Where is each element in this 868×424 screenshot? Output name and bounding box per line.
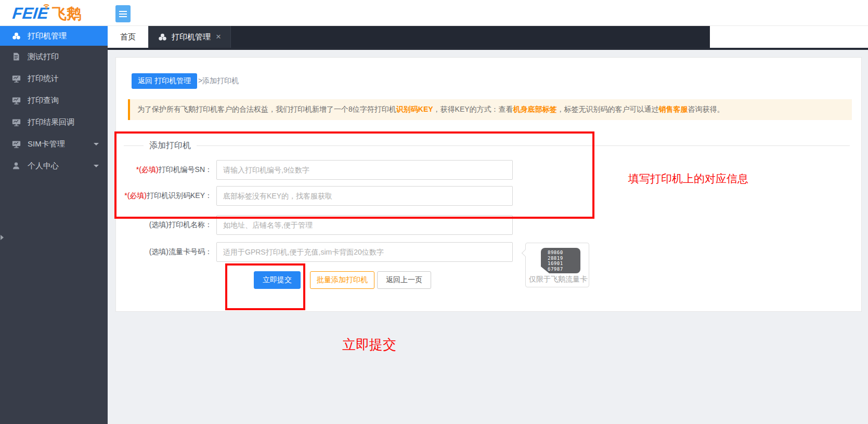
printer-cluster-icon xyxy=(12,32,21,41)
printer-name-input[interactable] xyxy=(216,215,513,235)
document-icon xyxy=(12,52,21,61)
notice-highlight-service-link[interactable]: 销售客服 xyxy=(659,105,688,113)
tab-printer-management[interactable]: 打印机管理 × xyxy=(148,26,231,48)
notice-highlight-key: 识别码KEY xyxy=(396,105,433,113)
sidebar: 打印机管理 测试打印 打印统计 打印查询 xyxy=(0,26,108,424)
sidebar-item-label: 打印查询 xyxy=(28,96,59,105)
sidebar-item-print-result-callback[interactable]: 打印结果回调 xyxy=(0,111,108,133)
notice-text: 咨询获得。 xyxy=(688,105,724,113)
submit-button[interactable]: 立即提交 xyxy=(254,271,301,289)
field-label-key: *(必填)打印机识别码KEY： xyxy=(116,191,212,201)
app-header: FEIE 飞鹅 xyxy=(0,0,868,26)
sim-number-line: 28819 xyxy=(548,256,580,261)
wifi-signal-icon xyxy=(42,2,51,9)
printer-key-input[interactable] xyxy=(216,186,513,206)
printer-sn-input[interactable] xyxy=(216,160,513,180)
form-legend: 添加打印机 xyxy=(124,140,850,151)
sidebar-item-label: 打印机管理 xyxy=(28,31,67,41)
form-buttons: 立即提交 批量添加打印机 返回上一页 xyxy=(254,271,431,289)
form-legend-text: 添加打印机 xyxy=(149,140,191,151)
chevron-down-icon xyxy=(94,165,99,167)
sidebar-item-print-query[interactable]: 打印查询 xyxy=(0,89,108,111)
notice-text: 为了保护所有飞鹅打印机客户的合法权益，我们打印机新增了一个8位字符打印机 xyxy=(137,105,396,113)
sidebar-item-label: 测试打印 xyxy=(28,52,59,62)
sidebar-item-label: 打印统计 xyxy=(28,74,59,84)
monitor-icon xyxy=(12,118,21,127)
form-row-key: *(必填)打印机识别码KEY： xyxy=(116,186,513,206)
printer-cluster-icon xyxy=(158,33,167,42)
tab-label: 打印机管理 xyxy=(172,32,211,42)
app-logo: FEIE 飞鹅 xyxy=(12,3,81,23)
required-mark: *(必填) xyxy=(136,165,159,174)
tab-home[interactable]: 首页 xyxy=(108,26,148,48)
sidebar-item-personal-center[interactable]: 个人中心 xyxy=(0,155,108,177)
required-mark: *(必填) xyxy=(124,191,147,200)
tab-bar: 首页 打印机管理 × xyxy=(108,26,868,50)
chevron-down-icon xyxy=(94,143,99,145)
notice-text: ，获得KEY的方式：查看 xyxy=(433,105,513,113)
breadcrumb-trail: >添加打印机 xyxy=(198,76,239,86)
key-notice-banner: 为了保护所有飞鹅打印机客户的合法权益，我们打印机新增了一个8位字符打印机识别码K… xyxy=(128,99,852,120)
back-to-printer-management-button[interactable]: 返回 打印机管理 xyxy=(132,73,197,89)
tab-label: 首页 xyxy=(120,32,136,42)
monitor-icon xyxy=(12,74,21,83)
breadcrumb: 返回 打印机管理 >添加打印机 xyxy=(132,73,239,89)
sim-card-tooltip: 89860 28819 16901 67987 仅限于飞鹅流量卡号 xyxy=(525,243,589,287)
monitor-icon xyxy=(12,96,21,105)
return-previous-page-button[interactable]: 返回上一页 xyxy=(377,271,431,289)
sim-card-image: 89860 28819 16901 67987 xyxy=(541,248,580,273)
sim-number-input[interactable] xyxy=(216,242,513,262)
sidebar-item-test-print[interactable]: 测试打印 xyxy=(0,46,108,68)
monitor-icon xyxy=(12,140,21,149)
sidebar-item-sim-management[interactable]: SIM卡管理 xyxy=(0,133,108,155)
logo-cn-text: 飞鹅 xyxy=(52,5,81,23)
tab-strip: 首页 打印机管理 × xyxy=(108,26,710,48)
field-label-name: (选填)打印机名称： xyxy=(116,220,212,230)
batch-add-printer-button[interactable]: 批量添加打印机 xyxy=(310,271,374,289)
sidebar-toggle-button[interactable] xyxy=(115,5,131,22)
notice-text: ，标签无识别码的客户可以通过 xyxy=(557,105,659,113)
sim-number-line: 89860 xyxy=(548,250,580,256)
form-row-sim-number: (选填)流量卡号码： xyxy=(116,242,513,262)
sidebar-item-print-statistics[interactable]: 打印统计 xyxy=(0,68,108,89)
sidebar-item-printer-management[interactable]: 打印机管理 xyxy=(0,26,108,46)
field-label-sn: *(必填)打印机编号SN： xyxy=(116,165,212,175)
sidebar-item-label: 个人中心 xyxy=(28,161,59,171)
notice-highlight-label: 机身底部标签 xyxy=(513,105,557,113)
add-printer-panel: 返回 打印机管理 >添加打印机 为了保护所有飞鹅打印机客户的合法权益，我们打印机… xyxy=(115,57,862,312)
form-row-name: (选填)打印机名称： xyxy=(116,215,513,235)
sidebar-item-label: SIM卡管理 xyxy=(28,139,65,149)
form-row-sn: *(必填)打印机编号SN： xyxy=(116,160,513,180)
user-icon xyxy=(12,162,21,170)
sidebar-item-label: 打印结果回调 xyxy=(28,117,74,127)
sim-number-line: 67987 xyxy=(548,267,580,272)
sim-number-line: 16901 xyxy=(548,261,580,267)
field-label-sim: (选填)流量卡号码： xyxy=(116,247,212,257)
hamburger-icon xyxy=(119,11,127,12)
close-icon[interactable]: × xyxy=(216,32,221,42)
sidebar-collapse-handle[interactable] xyxy=(1,235,4,240)
main-content: 返回 打印机管理 >添加打印机 为了保护所有飞鹅打印机客户的合法权益，我们打印机… xyxy=(108,50,868,424)
sim-tooltip-caption: 仅限于飞鹅流量卡号 xyxy=(529,275,588,284)
tooltip-arrow xyxy=(522,249,529,257)
